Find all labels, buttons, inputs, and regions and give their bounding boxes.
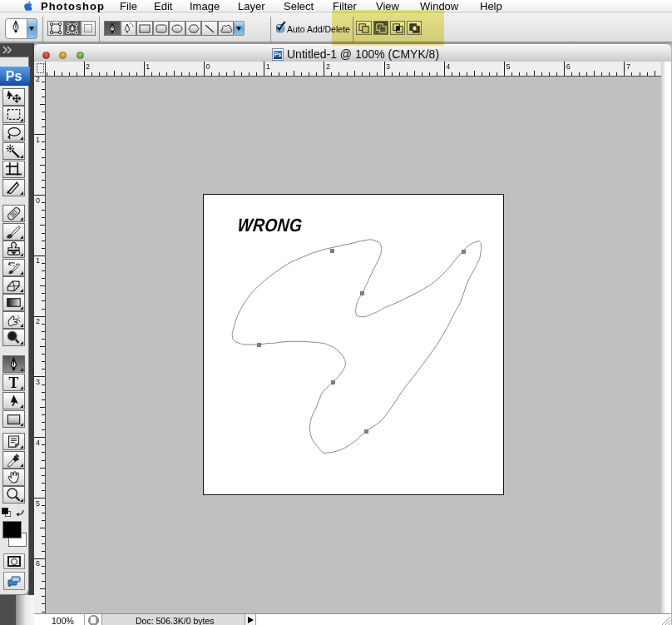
svg-text:T: T xyxy=(9,375,19,390)
